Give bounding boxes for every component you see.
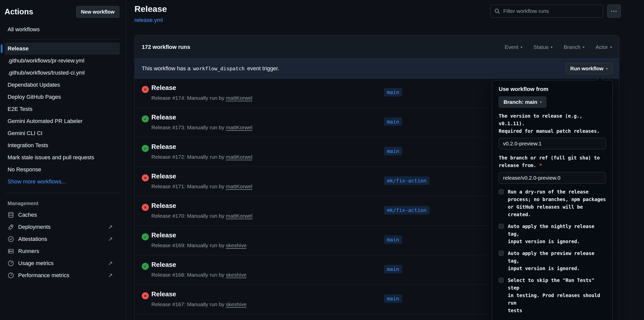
failure-status-icon: ✕ bbox=[142, 86, 149, 93]
branch-chip[interactable]: mk/fix-action bbox=[384, 176, 430, 185]
workflow-overflow-menu-button[interactable]: ⋯ bbox=[607, 5, 621, 18]
actions-sidebar: Actions New workflow All workflows Relea… bbox=[0, 0, 126, 320]
workflow-dispatch-banner: This workflow has a workflow_dispatch ev… bbox=[135, 59, 619, 78]
actor-link[interactable]: skeshive bbox=[226, 242, 246, 248]
filter-status-dropdown[interactable]: Status▾ bbox=[534, 44, 553, 50]
success-status-icon: ✓ bbox=[142, 145, 149, 152]
sidebar-item-pr-review[interactable]: .github/workflows/pr-review.yml bbox=[5, 55, 120, 67]
rocket-icon bbox=[8, 224, 14, 230]
required-mark: * bbox=[539, 163, 542, 168]
branch-chip[interactable]: main bbox=[384, 235, 402, 244]
meter-icon bbox=[8, 260, 14, 267]
runs-count: 172 workflow runs bbox=[142, 44, 190, 50]
search-box bbox=[490, 5, 603, 18]
run-description: Release #170: Manually run by mattKorwel bbox=[151, 213, 252, 219]
sidebar-item-mark-stale[interactable]: Mark stale issues and pull requests bbox=[5, 151, 120, 164]
version-input[interactable] bbox=[499, 138, 606, 149]
workflow-file-link[interactable]: release.yml bbox=[134, 17, 163, 23]
run-description: Release #173: Manually run by mattKorwel bbox=[151, 124, 252, 131]
chevron-down-icon: ▾ bbox=[606, 67, 608, 71]
sidebar-item-performance-metrics[interactable]: Performance metrics ↗ bbox=[0, 269, 126, 281]
filter-bar: ⋯ bbox=[490, 5, 621, 18]
preview-tag-option[interactable]: Auto apply the preview release tag, inpu… bbox=[499, 249, 606, 272]
management-section-label: Management bbox=[8, 201, 126, 206]
skip-tests-checkbox[interactable] bbox=[499, 278, 504, 283]
sidebar-item-gemini-cli-ci[interactable]: Gemini CLI CI bbox=[5, 127, 120, 139]
sidebar-item-gemini-pr-labeler[interactable]: Gemini Automated PR Labeler bbox=[5, 115, 120, 127]
server-icon bbox=[8, 248, 14, 254]
sidebar-item-usage-metrics[interactable]: Usage metrics ↗ bbox=[0, 257, 126, 269]
sidebar-item-deployments[interactable]: Deployments ↗ bbox=[0, 221, 126, 233]
branch-chip[interactable]: main bbox=[384, 147, 402, 155]
preview-tag-checkbox[interactable] bbox=[499, 251, 504, 256]
branch-chip[interactable]: main bbox=[384, 88, 402, 97]
sidebar-item-e2e-tests[interactable]: E2E Tests bbox=[5, 103, 120, 115]
run-title-link[interactable]: Release bbox=[151, 84, 176, 92]
sidebar-divider bbox=[6, 193, 120, 193]
version-field-description: The version to release (e.g., v0.1.11). … bbox=[499, 112, 606, 135]
workflow-list: Release .github/workflows/pr-review.yml … bbox=[5, 43, 120, 188]
filter-workflow-runs-input[interactable] bbox=[490, 5, 603, 18]
sidebar-item-attestations[interactable]: Attestations ↗ bbox=[0, 233, 126, 245]
branch-chip[interactable]: main bbox=[384, 117, 402, 126]
branch-chip[interactable]: mk/fix-action bbox=[384, 206, 430, 214]
workflow-dispatch-code: workflow_dispatch bbox=[193, 66, 245, 72]
run-description: Release #171: Manually run by mattKorwel bbox=[151, 183, 252, 189]
failure-status-icon: ✕ bbox=[142, 292, 149, 299]
failure-status-icon: ✕ bbox=[142, 204, 149, 211]
filter-branch-dropdown[interactable]: Branch▾ bbox=[564, 44, 584, 50]
actor-link[interactable]: skeshive bbox=[226, 301, 246, 307]
sidebar-item-caches[interactable]: Caches bbox=[0, 209, 126, 221]
sidebar-item-all-workflows[interactable]: All workflows bbox=[5, 25, 120, 34]
run-title-link[interactable]: Release bbox=[151, 172, 176, 180]
branch-chip[interactable]: main bbox=[384, 265, 402, 273]
actor-link[interactable]: skeshive bbox=[226, 272, 246, 278]
sidebar-item-runners[interactable]: Runners bbox=[0, 245, 126, 257]
filter-event-dropdown[interactable]: Event▾ bbox=[505, 44, 522, 50]
run-workflow-dropdown-button[interactable]: Run workflow ▾ bbox=[566, 63, 612, 74]
sidebar-item-no-response[interactable]: No Response bbox=[5, 164, 120, 176]
run-title-link[interactable]: Release bbox=[151, 290, 176, 298]
sidebar-item-trusted-ci[interactable]: .github/workflows/trusted-ci.yml bbox=[5, 67, 120, 79]
run-description: Release #174: Manually run by mattKorwel bbox=[151, 95, 252, 101]
actor-link[interactable]: mattKorwel bbox=[226, 124, 252, 130]
success-status-icon: ✓ bbox=[142, 233, 149, 240]
run-title-link[interactable]: Release bbox=[151, 143, 176, 151]
runs-filters: Event▾ Status▾ Branch▾ Actor▾ bbox=[505, 44, 612, 50]
filter-actor-dropdown[interactable]: Actor▾ bbox=[596, 44, 612, 50]
actor-link[interactable]: mattKorwel bbox=[226, 213, 252, 219]
chevron-down-icon: ▾ bbox=[540, 100, 542, 104]
branch-ref-input[interactable] bbox=[499, 172, 606, 184]
sidebar-item-integration-tests[interactable]: Integration Tests bbox=[5, 139, 120, 151]
actor-link[interactable]: mattKorwel bbox=[226, 183, 252, 189]
sidebar-item-deploy-github-pages[interactable]: Deploy GitHub Pages bbox=[5, 91, 120, 103]
chevron-down-icon: ▾ bbox=[610, 45, 612, 49]
nightly-tag-option[interactable]: Auto apply the nightly release tag, inpu… bbox=[499, 222, 606, 245]
nightly-tag-checkbox[interactable] bbox=[499, 224, 504, 229]
branch-ref-field-description: The branch or ref (full git sha) to rele… bbox=[499, 154, 606, 169]
sidebar-item-dependabot-updates[interactable]: Dependabot Updates bbox=[5, 79, 120, 91]
page-header: Release release.yml bbox=[134, 4, 167, 23]
run-title-link[interactable]: Release bbox=[151, 113, 176, 121]
branch-selector-button[interactable]: Branch: main ▾ bbox=[499, 97, 546, 108]
run-title-link[interactable]: Release bbox=[151, 202, 176, 210]
verified-badge-icon bbox=[8, 236, 14, 242]
dry-run-checkbox[interactable] bbox=[499, 189, 504, 194]
run-title-link[interactable]: Release bbox=[151, 231, 176, 239]
new-workflow-button[interactable]: New workflow bbox=[76, 6, 119, 18]
actor-link[interactable]: mattKorwel bbox=[226, 95, 252, 101]
checkbox-label: Auto apply the nightly release tag, inpu… bbox=[508, 222, 606, 245]
sidebar-item-release[interactable]: Release bbox=[5, 43, 120, 55]
sidebar-title: Actions bbox=[5, 7, 33, 16]
dry-run-option[interactable]: Run a dry-run of the release process; no… bbox=[499, 188, 606, 218]
page-title: Release bbox=[134, 4, 167, 14]
chevron-down-icon: ▾ bbox=[551, 45, 552, 49]
skip-tests-option[interactable]: Select to skip the "Run Tests" step in t… bbox=[499, 276, 606, 314]
run-title-link[interactable]: Release bbox=[151, 261, 176, 269]
actor-link[interactable]: mattKorwel bbox=[226, 154, 252, 160]
runs-list-header: 172 workflow runs Event▾ Status▾ Branch▾… bbox=[135, 36, 619, 59]
branch-chip[interactable]: main bbox=[384, 294, 402, 303]
search-icon bbox=[494, 8, 500, 14]
sidebar-show-more-link[interactable]: Show more workflows... bbox=[5, 176, 120, 188]
checkbox-label: Run a dry-run of the release process; no… bbox=[508, 188, 606, 218]
